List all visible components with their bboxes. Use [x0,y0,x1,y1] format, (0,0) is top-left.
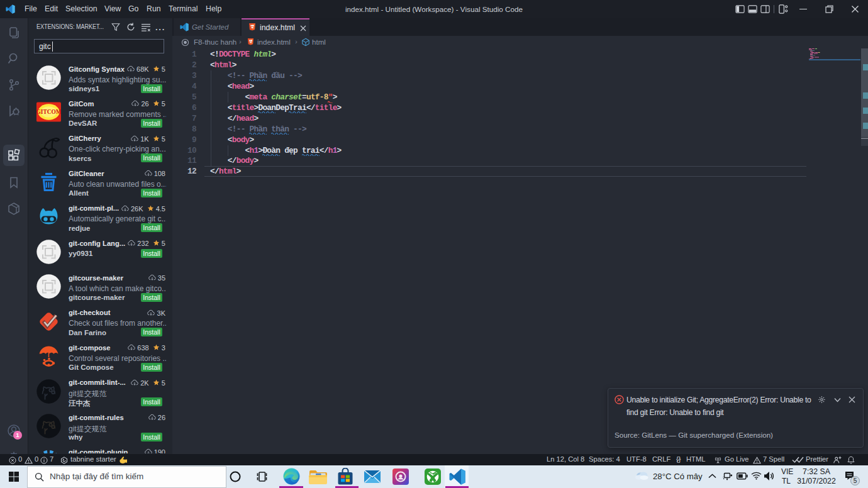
svg-text:GITCOM: GITCOM [36,109,61,116]
